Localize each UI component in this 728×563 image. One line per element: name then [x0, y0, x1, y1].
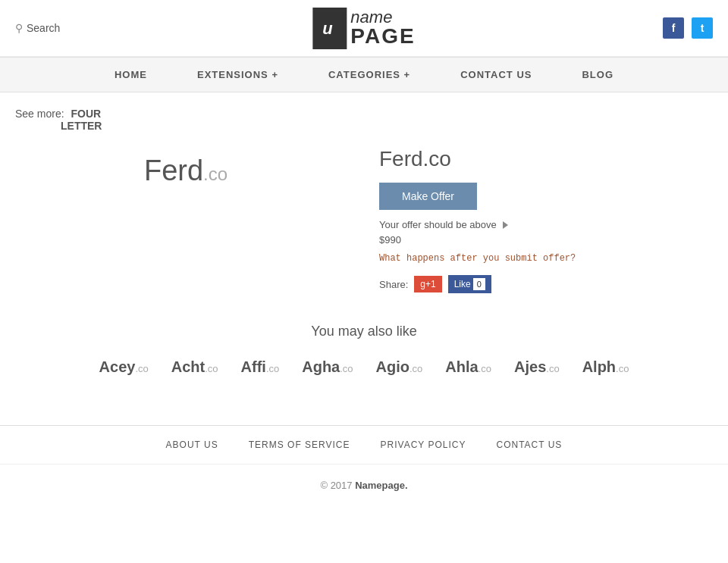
logo-page: PAGE [350, 26, 415, 47]
domain-card-agha[interactable]: Agha.co [298, 355, 356, 380]
also-like-section: You may also like Acey.coAcht.coAffi.coA… [15, 324, 713, 380]
arrow-icon [503, 221, 508, 229]
domain-card-alph[interactable]: Alph.co [579, 355, 633, 380]
footer-nav: ABOUT USTERMS OF SERVICEPRIVACY POLICYCO… [0, 426, 728, 464]
domain-card-acht[interactable]: Acht.co [168, 355, 222, 380]
site-logo[interactable]: u name PAGE [312, 8, 415, 49]
share-row: Share: g+1 Like 0 [379, 275, 705, 293]
make-offer-button[interactable]: Make Offer [379, 183, 477, 210]
domain-name-preview: Ferd [144, 155, 203, 186]
footer-nav-contact[interactable]: CONTACT US [496, 439, 562, 450]
offer-question-link[interactable]: What happens after you submit offer? [379, 253, 705, 264]
footer-nav-terms[interactable]: TERMS OF SERVICE [249, 439, 350, 450]
share-label: Share: [379, 279, 408, 290]
search-button[interactable]: ⚲ Search [15, 22, 60, 34]
search-label: Search [27, 22, 60, 34]
copyright: © 2017 [320, 480, 352, 491]
nav-home[interactable]: HOME [101, 58, 161, 92]
see-more-label: See more: [15, 108, 64, 120]
domain-tld-preview: .co [203, 164, 228, 184]
domain-title: Ferd.co [379, 147, 705, 171]
main-content: See more: FOUR LETTER Ferd.co Ferd.co Ma… [0, 92, 728, 410]
like-count: 0 [473, 278, 485, 290]
domain-card-agio[interactable]: Agio.co [372, 355, 427, 380]
domain-grid: Acey.coAcht.coAffi.coAgha.coAgio.coAhla.… [15, 355, 713, 380]
domain-card-ajes[interactable]: Ajes.co [510, 355, 563, 380]
domain-info: Ferd.co Make Offer Your offer should be … [379, 147, 705, 293]
offer-hint: Your offer should be above [379, 219, 705, 230]
nav-categories[interactable]: CATEGORIES + [315, 58, 424, 92]
nav-extensions[interactable]: EXTENSIONS + [184, 58, 292, 92]
main-nav: HOME EXTENSIONS + CATEGORIES + CONTACT U… [0, 57, 728, 92]
facebook-icon[interactable]: f [663, 17, 684, 39]
facebook-like-button[interactable]: Like 0 [448, 275, 491, 293]
footer-bottom: © 2017 Namepage. [0, 464, 728, 506]
footer-brand: Namepage. [355, 480, 407, 491]
also-like-title: You may also like [15, 324, 713, 339]
nav-contact[interactable]: CONTACT US [447, 58, 545, 92]
domain-card-ahla[interactable]: Ahla.co [441, 355, 495, 380]
gplus-button[interactable]: g+1 [414, 276, 441, 292]
footer-nav-privacy[interactable]: PRIVACY POLICY [381, 439, 466, 450]
social-links: f t [663, 17, 713, 39]
twitter-icon[interactable]: t [692, 17, 713, 39]
search-icon: ⚲ [15, 22, 23, 34]
footer-nav-about[interactable]: ABOUT US [166, 439, 218, 450]
domain-detail: Ferd.co Ferd.co Make Offer Your offer sh… [23, 147, 705, 293]
logo-icon: u [312, 8, 347, 49]
header: ⚲ Search u name PAGE f t [0, 0, 728, 57]
breadcrumb: See more: FOUR LETTER [15, 108, 713, 132]
offer-min: $990 [379, 234, 705, 246]
domain-card-acey[interactable]: Acey.co [96, 355, 152, 380]
domain-preview: Ferd.co [23, 147, 349, 293]
nav-blog[interactable]: BLOG [568, 58, 627, 92]
domain-preview-logo: Ferd.co [144, 155, 228, 187]
logo-name: name [350, 9, 415, 26]
domain-card-affi[interactable]: Affi.co [237, 355, 284, 380]
svg-text:u: u [322, 19, 333, 38]
